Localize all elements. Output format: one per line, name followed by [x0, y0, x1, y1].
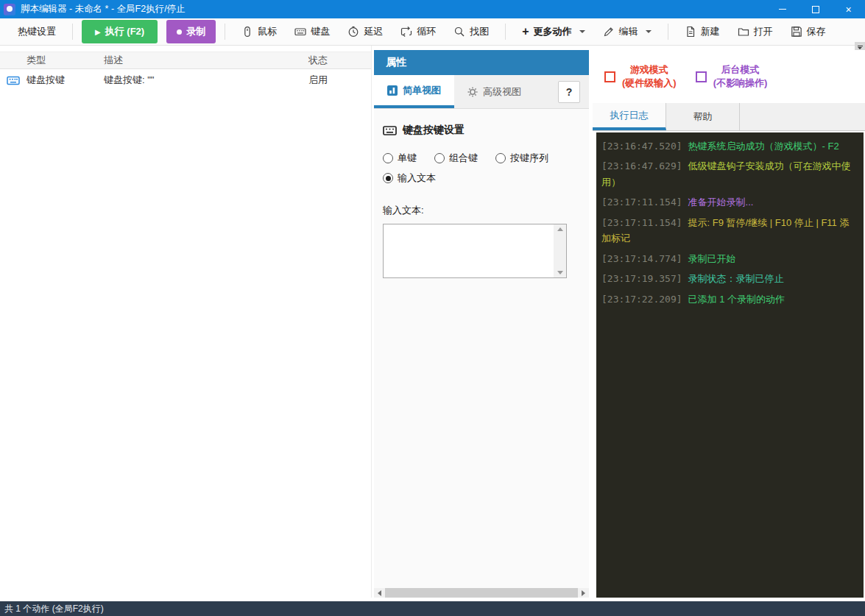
radio-single-key[interactable]: 单键 — [383, 152, 417, 165]
save-button[interactable]: 保存 — [783, 21, 833, 43]
log-entry: [23:17:14.774]录制已开始 — [601, 251, 858, 266]
record-button[interactable]: 录制 — [166, 20, 216, 43]
mouse-icon — [241, 26, 253, 38]
help-button[interactable]: ? — [558, 81, 580, 103]
more-actions-button[interactable]: + 更多动作 — [515, 21, 592, 43]
tab-advanced-view[interactable]: 高级视图 — [454, 75, 534, 108]
section-heading: 键盘按键设置 — [383, 124, 580, 137]
toolbar-separator — [505, 24, 506, 40]
row-description: 键盘按键: "" — [104, 74, 308, 87]
tab-execution-log[interactable]: 执行日志 — [593, 103, 666, 130]
scrollbar-thumb[interactable] — [385, 588, 578, 598]
new-file-button[interactable]: 新建 — [677, 21, 727, 43]
simple-view-icon — [387, 85, 398, 96]
window-title: 脚本编辑器 - 未命名 * - 全局F2执行/停止 — [21, 3, 186, 15]
tab-help[interactable]: 帮助 — [666, 103, 740, 130]
edit-button[interactable]: 编辑 — [596, 21, 659, 43]
status-bar: 共 1 个动作 (全局F2执行) — [0, 601, 865, 616]
keyboard-icon — [294, 26, 306, 38]
toolbar: 热键设置 ▶ 执行 (F2) 录制 鼠标 键盘 延迟 — [0, 18, 865, 46]
chevron-down-icon — [579, 30, 585, 33]
input-text-label: 输入文本: — [383, 204, 580, 217]
radio-icon — [434, 153, 445, 163]
horizontal-scrollbar[interactable] — [374, 588, 589, 598]
radio-key-sequence[interactable]: 按键序列 — [495, 152, 548, 165]
radio-icon — [383, 153, 393, 163]
chevron-down-icon — [646, 30, 652, 33]
gear-icon — [467, 87, 478, 97]
keyboard-settings-icon — [383, 125, 397, 136]
input-text-box — [383, 224, 567, 278]
actions-table-header: 类型 描述 状态 — [0, 52, 371, 69]
keyboard-action-button[interactable]: 键盘 — [287, 21, 337, 43]
checkbox-icon — [696, 71, 707, 82]
game-mode-checkbox[interactable]: 游戏模式 (硬件级输入) — [604, 63, 677, 89]
close-icon: × — [845, 4, 851, 15]
loop-icon — [400, 26, 412, 38]
app-icon — [4, 4, 15, 15]
record-icon — [177, 29, 182, 35]
scroll-down-icon — [557, 271, 563, 275]
row-type: 键盘按键 — [27, 74, 104, 87]
keyboard-icon — [0, 75, 27, 86]
scroll-right-icon — [582, 590, 585, 596]
play-icon: ▶ — [95, 28, 101, 36]
properties-content: 键盘按键设置 单键 组合键 按键序列 输入文本 — [374, 109, 589, 588]
minimize-icon — [779, 9, 786, 10]
run-button[interactable]: ▶ 执行 (F2) — [82, 20, 158, 43]
pencil-icon — [603, 26, 615, 38]
log-panel: 游戏模式 (硬件级输入) 后台模式 (不影响操作) 执行日志 帮助 [23:16… — [593, 50, 865, 598]
status-text: 共 1 个动作 (全局F2执行) — [4, 603, 104, 615]
title-bar: 脚本编辑器 - 未命名 * - 全局F2执行/停止 × — [0, 0, 865, 18]
mode-options: 游戏模式 (硬件级输入) 后台模式 (不影响操作) — [593, 50, 865, 103]
radio-input-text[interactable]: 输入文本 — [383, 171, 436, 185]
clock-icon — [347, 26, 359, 38]
scroll-up-icon — [557, 227, 563, 231]
properties-header: 属性 — [374, 50, 589, 75]
mouse-action-button[interactable]: 鼠标 — [234, 21, 284, 43]
save-icon — [791, 26, 802, 38]
properties-title: 属性 — [386, 56, 406, 69]
column-type: 类型 — [27, 54, 104, 67]
close-button[interactable]: × — [832, 0, 865, 18]
textarea-scrollbar[interactable] — [554, 224, 566, 277]
plus-icon: + — [522, 26, 529, 37]
hotkey-settings-button[interactable]: 热键设置 — [10, 21, 63, 43]
log-entry: [23:16:47.520]热键系统启动成功（游戏模式）- F2 — [601, 138, 858, 154]
input-text-field[interactable] — [384, 224, 554, 277]
maximize-button[interactable] — [799, 0, 832, 18]
log-entry: [23:17:11.154]提示: F9 暂停/继续 | F10 停止 | F1… — [601, 215, 858, 247]
radio-icon — [383, 173, 393, 183]
toolbar-separator — [668, 24, 668, 40]
key-mode-options: 输入文本 — [383, 171, 580, 185]
key-mode-options: 单键 组合键 按键序列 — [383, 152, 580, 165]
checkbox-icon — [604, 71, 615, 82]
find-image-button[interactable]: 找图 — [446, 21, 496, 43]
new-document-icon — [685, 26, 696, 38]
log-tabs: 执行日志 帮助 — [593, 103, 865, 131]
maximize-icon — [812, 6, 819, 13]
log-entry: [23:17:11.154]准备开始录制... — [601, 194, 858, 210]
background-mode-checkbox[interactable]: 后台模式 (不影响操作) — [696, 63, 768, 89]
radio-combo-key[interactable]: 组合键 — [434, 152, 478, 165]
window-controls: × — [766, 0, 865, 18]
execution-log[interactable]: [23:16:47.520]热键系统启动成功（游戏模式）- F2 [23:16:… — [596, 132, 864, 598]
log-entry: [23:17:22.209]已添加 1 个录制的动作 — [601, 291, 858, 307]
toolbar-separator — [72, 24, 73, 40]
actions-panel: 类型 描述 状态 键盘按键 键盘按键: "" 启用 — [0, 46, 372, 598]
open-file-button[interactable]: 打开 — [730, 21, 780, 43]
folder-icon — [738, 26, 749, 38]
row-status: 启用 — [308, 74, 371, 87]
column-description: 描述 — [104, 54, 308, 67]
delay-action-button[interactable]: 延迟 — [340, 21, 390, 43]
log-entry: [23:16:47.629]低级键盘钩子安装成功（可在游戏中使用） — [601, 158, 858, 190]
search-icon — [453, 26, 465, 38]
radio-icon — [495, 153, 506, 163]
loop-action-button[interactable]: 循环 — [393, 21, 443, 43]
table-row[interactable]: 键盘按键 键盘按键: "" 启用 — [0, 69, 371, 91]
tab-simple-view[interactable]: 简单视图 — [374, 75, 454, 108]
app-window: 脚本编辑器 - 未命名 * - 全局F2执行/停止 × 热键设置 ▶ 执行 (F… — [0, 0, 865, 616]
log-entry: [23:17:19.357]录制状态：录制已停止 — [601, 271, 858, 286]
minimize-button[interactable] — [766, 0, 799, 18]
scroll-left-icon — [378, 590, 381, 596]
